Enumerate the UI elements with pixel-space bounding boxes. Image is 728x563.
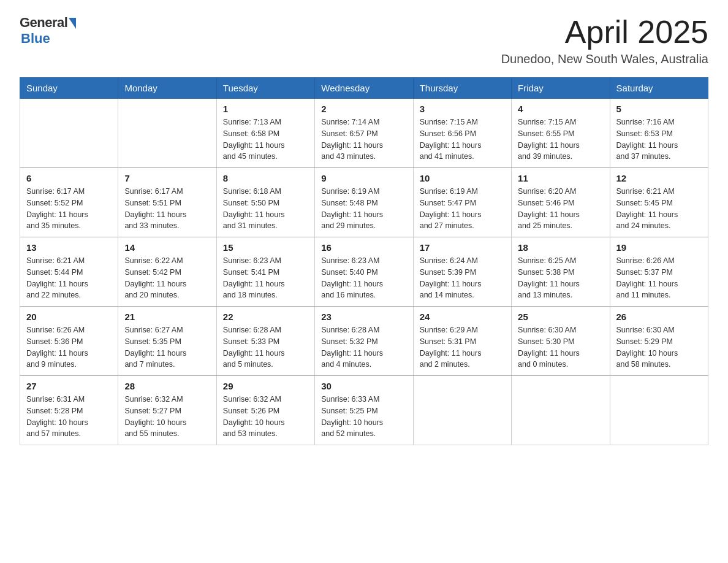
day-number: 22 [223,312,308,322]
day-number: 4 [518,104,603,114]
location-text: Dunedoo, New South Wales, Australia [501,52,708,66]
calendar-cell [610,376,708,445]
day-number: 7 [124,173,210,183]
calendar-cell: 11Sunrise: 6:20 AMSunset: 5:46 PMDayligh… [512,168,610,237]
logo-blue-text: Blue [21,31,50,47]
calendar-week-row: 27Sunrise: 6:31 AMSunset: 5:28 PMDayligh… [20,376,708,445]
day-info: Sunrise: 6:19 AMSunset: 5:47 PMDaylight:… [420,186,505,232]
day-number: 28 [124,381,210,391]
day-info: Sunrise: 7:14 AMSunset: 6:57 PMDaylight:… [321,117,406,163]
calendar-cell: 13Sunrise: 6:21 AMSunset: 5:44 PMDayligh… [20,237,118,307]
day-info: Sunrise: 6:23 AMSunset: 5:40 PMDaylight:… [321,255,406,301]
calendar-week-row: 13Sunrise: 6:21 AMSunset: 5:44 PMDayligh… [20,237,708,307]
calendar-cell: 21Sunrise: 6:27 AMSunset: 5:35 PMDayligh… [118,307,216,376]
day-number: 15 [223,242,308,253]
day-info: Sunrise: 6:33 AMSunset: 5:25 PMDaylight:… [321,394,406,440]
calendar-cell: 15Sunrise: 6:23 AMSunset: 5:41 PMDayligh… [216,237,314,307]
calendar-cell: 1Sunrise: 7:13 AMSunset: 6:58 PMDaylight… [216,99,314,168]
calendar-table: SundayMondayTuesdayWednesdayThursdayFrid… [20,77,708,445]
day-info: Sunrise: 7:15 AMSunset: 6:55 PMDaylight:… [518,117,603,163]
calendar-cell: 18Sunrise: 6:25 AMSunset: 5:38 PMDayligh… [512,237,610,307]
page-header: General Blue April 2025 Dunedoo, New Sou… [20,15,708,66]
calendar-cell: 14Sunrise: 6:22 AMSunset: 5:42 PMDayligh… [118,237,216,307]
calendar-cell: 20Sunrise: 6:26 AMSunset: 5:36 PMDayligh… [20,307,118,376]
day-number: 8 [223,173,308,183]
day-number: 25 [518,312,603,322]
day-info: Sunrise: 6:25 AMSunset: 5:38 PMDaylight:… [518,255,603,301]
day-info: Sunrise: 6:23 AMSunset: 5:41 PMDaylight:… [223,255,308,301]
day-info: Sunrise: 6:30 AMSunset: 5:30 PMDaylight:… [518,324,603,370]
day-number: 18 [518,242,603,253]
day-number: 27 [26,381,112,391]
calendar-cell: 6Sunrise: 6:17 AMSunset: 5:52 PMDaylight… [20,168,118,237]
logo: General Blue [20,15,76,47]
day-number: 6 [26,173,112,183]
day-number: 14 [124,242,210,253]
day-info: Sunrise: 6:26 AMSunset: 5:37 PMDaylight:… [616,255,702,301]
day-number: 10 [420,173,505,183]
day-info: Sunrise: 6:32 AMSunset: 5:26 PMDaylight:… [223,394,308,440]
calendar-cell [512,376,610,445]
calendar-cell: 5Sunrise: 7:16 AMSunset: 6:53 PMDaylight… [610,99,708,168]
calendar-cell: 8Sunrise: 6:18 AMSunset: 5:50 PMDaylight… [216,168,314,237]
weekday-header-wednesday: Wednesday [315,78,413,99]
calendar-week-row: 20Sunrise: 6:26 AMSunset: 5:36 PMDayligh… [20,307,708,376]
day-info: Sunrise: 6:17 AMSunset: 5:51 PMDaylight:… [124,186,210,232]
day-info: Sunrise: 6:28 AMSunset: 5:32 PMDaylight:… [321,324,406,370]
logo-general-text: General [20,15,67,31]
calendar-cell: 28Sunrise: 6:32 AMSunset: 5:27 PMDayligh… [118,376,216,445]
day-info: Sunrise: 6:24 AMSunset: 5:39 PMDaylight:… [420,255,505,301]
day-number: 9 [321,173,406,183]
calendar-cell: 12Sunrise: 6:21 AMSunset: 5:45 PMDayligh… [610,168,708,237]
calendar-cell: 19Sunrise: 6:26 AMSunset: 5:37 PMDayligh… [610,237,708,307]
day-number: 13 [26,242,112,253]
calendar-cell: 24Sunrise: 6:29 AMSunset: 5:31 PMDayligh… [413,307,511,376]
day-info: Sunrise: 6:26 AMSunset: 5:36 PMDaylight:… [26,324,112,370]
weekday-header-sunday: Sunday [20,78,118,99]
day-info: Sunrise: 6:31 AMSunset: 5:28 PMDaylight:… [26,394,112,440]
calendar-cell: 10Sunrise: 6:19 AMSunset: 5:47 PMDayligh… [413,168,511,237]
day-info: Sunrise: 7:16 AMSunset: 6:53 PMDaylight:… [616,117,702,163]
calendar-cell [413,376,511,445]
day-number: 26 [616,312,702,322]
calendar-cell: 22Sunrise: 6:28 AMSunset: 5:33 PMDayligh… [216,307,314,376]
calendar-cell: 27Sunrise: 6:31 AMSunset: 5:28 PMDayligh… [20,376,118,445]
day-info: Sunrise: 7:13 AMSunset: 6:58 PMDaylight:… [223,117,308,163]
calendar-cell: 3Sunrise: 7:15 AMSunset: 6:56 PMDaylight… [413,99,511,168]
day-number: 23 [321,312,406,322]
calendar-cell: 25Sunrise: 6:30 AMSunset: 5:30 PMDayligh… [512,307,610,376]
day-info: Sunrise: 6:29 AMSunset: 5:31 PMDaylight:… [420,324,505,370]
day-info: Sunrise: 6:17 AMSunset: 5:52 PMDaylight:… [26,186,112,232]
day-number: 29 [223,381,308,391]
calendar-cell: 4Sunrise: 7:15 AMSunset: 6:55 PMDaylight… [512,99,610,168]
calendar-cell [20,99,118,168]
calendar-week-row: 6Sunrise: 6:17 AMSunset: 5:52 PMDaylight… [20,168,708,237]
weekday-header-tuesday: Tuesday [216,78,314,99]
calendar-cell: 7Sunrise: 6:17 AMSunset: 5:51 PMDaylight… [118,168,216,237]
calendar-cell: 16Sunrise: 6:23 AMSunset: 5:40 PMDayligh… [315,237,413,307]
day-info: Sunrise: 6:20 AMSunset: 5:46 PMDaylight:… [518,186,603,232]
day-number: 11 [518,173,603,183]
day-number: 19 [616,242,702,253]
title-block: April 2025 Dunedoo, New South Wales, Aus… [501,15,708,66]
day-number: 2 [321,104,406,114]
weekday-header-friday: Friday [512,78,610,99]
calendar-cell: 9Sunrise: 6:19 AMSunset: 5:48 PMDaylight… [315,168,413,237]
day-number: 30 [321,381,406,391]
logo-arrow-icon [69,18,76,29]
calendar-cell: 17Sunrise: 6:24 AMSunset: 5:39 PMDayligh… [413,237,511,307]
calendar-cell: 26Sunrise: 6:30 AMSunset: 5:29 PMDayligh… [610,307,708,376]
calendar-cell: 2Sunrise: 7:14 AMSunset: 6:57 PMDaylight… [315,99,413,168]
calendar-cell [118,99,216,168]
day-info: Sunrise: 6:27 AMSunset: 5:35 PMDaylight:… [124,324,210,370]
day-number: 17 [420,242,505,253]
day-info: Sunrise: 6:21 AMSunset: 5:45 PMDaylight:… [616,186,702,232]
month-title: April 2025 [501,15,708,50]
day-info: Sunrise: 6:32 AMSunset: 5:27 PMDaylight:… [124,394,210,440]
day-number: 20 [26,312,112,322]
weekday-header-row: SundayMondayTuesdayWednesdayThursdayFrid… [20,78,708,99]
day-info: Sunrise: 6:18 AMSunset: 5:50 PMDaylight:… [223,186,308,232]
day-number: 5 [616,104,702,114]
weekday-header-monday: Monday [118,78,216,99]
day-number: 21 [124,312,210,322]
